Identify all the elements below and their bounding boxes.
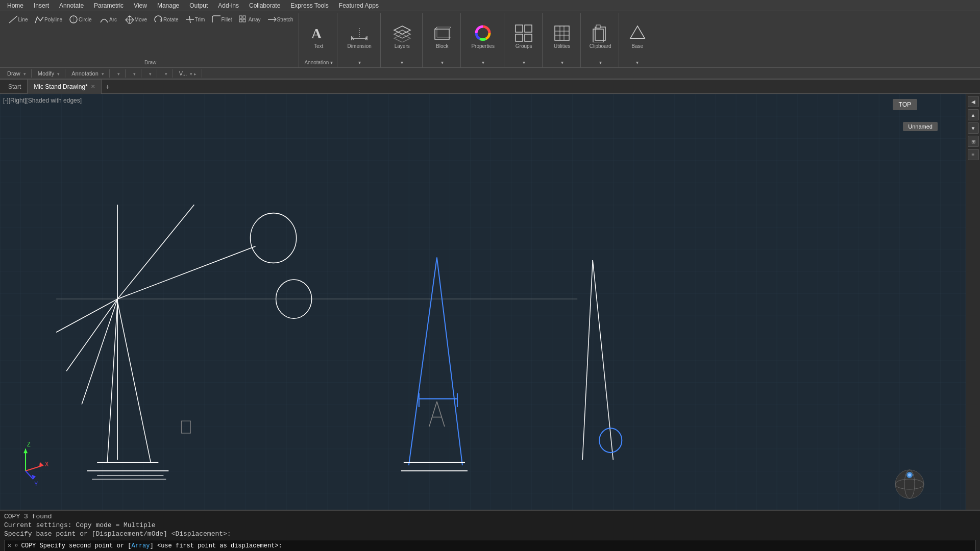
svg-line-4 [189,16,190,23]
ribbon-group-base: Base ▾ [620,13,654,67]
lower-blank4[interactable]: ▾ [158,69,173,78]
side-btn-1[interactable]: ◀ [968,96,979,107]
layers-label: Layers [395,43,410,49]
lower-annotation[interactable]: Annotation ▾ [66,69,110,78]
viewport-wrapper: [-][Right][Shaded with edges] [0,94,980,510]
svg-rect-36 [596,25,600,28]
svg-rect-26 [525,25,532,32]
tool-base[interactable]: Base [623,19,651,55]
menu-view[interactable]: View [129,1,152,10]
lower-modify[interactable]: Modify ▾ [33,69,65,78]
cmd-icon-search[interactable]: ⌕ [14,542,18,549]
ribbon-group-groups: Groups ▾ [505,13,543,67]
draw-group-label: Draw [144,60,156,66]
cmd-line-3: Specify base point or [Displacement/mOde… [4,530,976,538]
menu-parametric[interactable]: Parametric [89,1,129,10]
doc-tab-close[interactable]: ✕ [91,84,95,89]
tool-properties[interactable]: Properties [465,19,501,55]
groups-group-label: ▾ [523,60,525,66]
command-input[interactable]: ✕ ⌕ COPY Specify second point or [Array]… [4,540,976,551]
lower-blank1[interactable]: ▾ [111,69,126,78]
doc-tab-micstand[interactable]: Mic Stand Drawing* ✕ [28,80,101,94]
svg-rect-25 [516,25,523,32]
svg-rect-27 [516,34,523,41]
tool-trim[interactable]: Trim [182,14,208,26]
svg-line-0 [9,16,17,23]
svg-rect-39 [0,94,966,510]
svg-point-24 [480,30,486,36]
tool-block[interactable]: Block [427,19,457,55]
command-area: COPY 3 found Current settings: Copy mode… [0,510,980,551]
block-label: Block [436,43,448,49]
right-side-panel: ◀ ▲ ▼ ⊞ ≡ [966,94,980,510]
properties-label: Properties [471,43,495,49]
tool-clipboard[interactable]: Clipboard [585,19,616,55]
menu-output[interactable]: Output [184,1,213,10]
lower-blank2[interactable]: ▾ [127,69,141,78]
doc-tabs: Start Mic Stand Drawing* ✕ + [0,80,980,94]
lower-blank3[interactable]: ▾ [142,69,157,78]
svg-rect-7 [239,19,242,22]
tool-move[interactable]: Move [122,14,150,26]
ribbon-group-block: Block ▾ [424,13,461,67]
menu-addins[interactable]: Add-ins [213,1,244,10]
dimension-label: Dimension [348,43,372,49]
svg-rect-5 [239,16,242,18]
menu-manage[interactable]: Manage [152,1,184,10]
cmd-icon-x[interactable]: ✕ [8,542,11,549]
menu-featuredapps[interactable]: Featured Apps [334,1,384,10]
svg-rect-8 [243,19,246,22]
tool-polyline[interactable]: Polyline [32,14,65,26]
svg-text:X: X [45,461,49,467]
side-btn-2[interactable]: ▲ [968,109,979,120]
doc-tab-start[interactable]: Start [2,80,28,94]
tool-circle[interactable]: Circle [66,14,94,26]
properties-group-label: ▾ [482,60,484,66]
menu-collaborate[interactable]: Collaborate [244,1,285,10]
side-btn-5[interactable]: ≡ [968,149,979,160]
menubar: Home Insert Annotate Parametric View Man… [0,0,980,11]
utilities-label: Utilities [554,43,570,49]
tool-text[interactable]: A Text [303,19,334,55]
navcube[interactable] [894,469,925,499]
clipboard-label: Clipboard [590,43,611,49]
tool-groups[interactable]: Groups [508,19,539,55]
cmd-line-2: Current settings: Copy mode = Multiple [4,521,976,529]
svg-rect-29 [555,26,569,40]
ribbon: Line Polyline Circle Arc [0,11,980,80]
svg-point-53 [908,473,911,477]
tool-utilities[interactable]: Utilities [547,19,577,55]
side-btn-3[interactable]: ▼ [968,122,979,134]
svg-rect-6 [243,16,246,18]
layers-group-label: ▾ [401,60,403,66]
menu-insert[interactable]: Insert [29,1,54,10]
menu-annotate[interactable]: Annotate [54,1,89,10]
lower-ribbon-bar: Draw ▾ Modify ▾ Annotation ▾ ▾ ▾ ▾ ▾ V..… [0,67,980,79]
svg-text:Y: Y [34,481,38,487]
tool-fillet[interactable]: Fillet [209,14,235,26]
menu-home[interactable]: Home [2,1,29,10]
viewport-unnamed-label[interactable]: Unnamed [903,122,938,131]
doc-tab-add[interactable]: + [102,81,114,93]
lower-v[interactable]: V... ▾ ▸ [174,69,202,78]
tool-line[interactable]: Line [5,14,31,26]
tool-array[interactable]: Array [236,14,263,26]
ribbon-group-layers: Layers ▾ [382,13,423,67]
svg-text:Z: Z [27,441,31,447]
menu-expresstools[interactable]: Express Tools [285,1,333,10]
side-btn-4[interactable]: ⊞ [968,136,979,147]
drawing-canvas[interactable]: X Y Z [0,94,966,510]
annotation-label2: ▾ [358,60,361,66]
tool-rotate[interactable]: Rotate [151,14,181,26]
viewport-top-label[interactable]: TOP [893,99,917,110]
block-group-label: ▾ [441,60,444,66]
canvas-area[interactable]: [-][Right][Shaded with edges] [0,94,966,510]
ribbon-group-text: A Text Annotation ▾ [300,13,337,67]
lower-draw[interactable]: Draw ▾ [2,69,32,78]
tool-stretch[interactable]: Stretch [264,14,296,26]
tool-arc[interactable]: Arc [95,14,121,26]
tool-layers[interactable]: Layers [385,19,419,55]
ribbon-group-clipboard: Clipboard ▾ [582,13,619,67]
ribbon-group-utilities: Utilities ▾ [544,13,581,67]
tool-dimension[interactable]: Dimension [341,19,377,55]
